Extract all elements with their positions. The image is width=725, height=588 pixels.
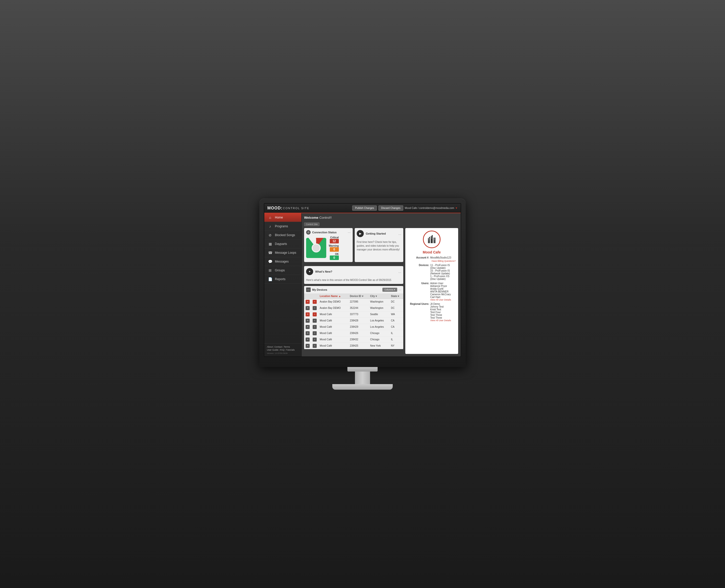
- col-icon1: [304, 294, 311, 299]
- footer-contact[interactable]: Contact: [274, 345, 282, 348]
- sidebar-item-blocked-songs[interactable]: ⊘ Blocked Songs: [264, 231, 301, 239]
- table-row[interactable]: ✕ ≈ Mood Café 238426 Chicago IL: [304, 330, 403, 336]
- table-row[interactable]: ✕ ≈ Mood Café 238428 Los Angeles CA: [304, 317, 403, 324]
- sidebar-item-groups[interactable]: ⊞ Groups: [264, 266, 301, 275]
- row-icon-2: ≈: [313, 325, 317, 329]
- devices-menu[interactable]: ···: [398, 288, 401, 292]
- row-icon-1: ✕: [306, 300, 310, 304]
- cell-location: Avalon Bay DEMO: [318, 298, 348, 305]
- getting-started-card: ▶ Getting Started ··· First time here? C…: [355, 228, 403, 262]
- svg-point-10: [429, 239, 430, 240]
- footer-faq[interactable]: FAQ: [280, 349, 285, 351]
- welcome-bar: Welcome Control!!: [304, 216, 458, 219]
- regional-item-5: Test Three: [430, 314, 451, 316]
- footer-about[interactable]: About: [267, 345, 273, 348]
- users-label: Users:: [408, 282, 429, 301]
- svg-point-11: [432, 236, 432, 237]
- devices-label: Devices:: [408, 264, 429, 280]
- user-item-3: Anida Gurlit: [430, 288, 451, 290]
- user-info[interactable]: Mood Cafe / controldemo@moodmedia.com ▼: [405, 207, 458, 209]
- critical-label: Critical: [330, 236, 339, 239]
- col-device-id[interactable]: Device ID ▾: [348, 294, 369, 299]
- account-section-number: Account #: MoodMyStudio123 Have Billing …: [408, 256, 456, 262]
- star-button[interactable]: ✦: [306, 268, 313, 275]
- account-number-row: Account #: MoodMyStudio123: [408, 256, 456, 259]
- devices-card: — My Devices Columns ▾ ···: [304, 286, 403, 349]
- getting-started-menu[interactable]: ···: [398, 232, 401, 236]
- account-devices-header: Devices: 11 - ProFusion IS (Disc Update)…: [408, 264, 456, 280]
- home-icon: ⌂: [268, 215, 272, 219]
- account-regional-header: Regional Users: Jil Demo Johnny Test Kri…: [408, 302, 456, 322]
- svg-rect-8: [432, 235, 433, 236]
- footer-terms[interactable]: Terms: [284, 345, 290, 348]
- table-row[interactable]: ✕ ≈ Mood Café 238429 Los Angeles CA: [304, 324, 403, 330]
- whats-new-menu[interactable]: ···: [398, 270, 401, 274]
- monitor-stand-neck: [355, 372, 370, 384]
- cell-state: WA: [390, 311, 403, 317]
- footer-tutorials[interactable]: Tutorials: [286, 349, 294, 351]
- account-logo-svg: [426, 233, 438, 246]
- table-row[interactable]: ✕ ≈ Avalon Bay DEMO 227095 Washington DC: [304, 298, 403, 305]
- sidebar-item-dayparts[interactable]: ▦ Dayparts: [264, 239, 301, 248]
- regional-item-1: Jil Demo: [430, 302, 451, 305]
- table-row[interactable]: ✕ ≈ Mood Cafe 337773 Seattle WA: [304, 311, 403, 317]
- status-list: Critical 12 Warning 0: [329, 236, 339, 260]
- cell-city: Chicago: [369, 336, 390, 342]
- account-section-regional: Regional Users: Jil Demo Johnny Test Kri…: [408, 302, 456, 322]
- critical-badge: 12: [330, 239, 339, 244]
- sidebar-item-message-loops[interactable]: ☎ Message Loops: [264, 248, 301, 257]
- table-row[interactable]: ✕ ≈ Mood Café 238425 New York NY: [304, 342, 403, 349]
- warning-badge: 0: [330, 247, 339, 252]
- cell-location: Avalon Bay DEMO: [318, 305, 348, 311]
- regional-item-4: Test Four: [430, 311, 451, 314]
- play-button[interactable]: ▶: [357, 230, 364, 237]
- view-regional-link[interactable]: View All User Details: [430, 319, 451, 322]
- columns-button[interactable]: Columns ▾: [382, 288, 397, 292]
- regional-list: Jil Demo Johnny Test Kristi Test Test Fo…: [430, 302, 451, 322]
- billing-link[interactable]: Have Billing Questions?: [432, 260, 456, 262]
- publish-button[interactable]: Publish Changes: [352, 205, 377, 211]
- svg-point-14: [434, 239, 435, 240]
- cell-city: Seattle: [369, 311, 390, 317]
- sidebar-item-messages[interactable]: 💬 Messages: [264, 257, 301, 266]
- dashboard-top-grid: Connection Status ···: [304, 228, 403, 262]
- account-number-label: Account #:: [408, 256, 429, 259]
- sidebar-item-reports[interactable]: 📄 Reports: [264, 275, 301, 284]
- sidebar-label-reports: Reports: [275, 277, 286, 281]
- row-icon-2: ≈: [313, 319, 317, 323]
- table-row[interactable]: ✕ ≈ Mood Café 238432 Chicago IL: [304, 336, 403, 342]
- device-item-2: 15 - ProFusion IS (Network Update): [430, 269, 456, 275]
- regional-item-2: Johnny Test: [430, 305, 451, 308]
- cell-state: IL: [390, 336, 403, 342]
- discard-button[interactable]: Discard Changes: [378, 205, 403, 211]
- table-row[interactable]: ✕ ≈ Avalon Bay DEMO 352244 Washington DC: [304, 305, 403, 311]
- sidebar-label-message-loops: Message Loops: [275, 251, 296, 254]
- col-location[interactable]: Location Name ▲: [318, 294, 348, 299]
- groups-icon: ⊞: [268, 268, 272, 272]
- view-users-link[interactable]: View All User Details: [430, 298, 451, 301]
- connection-body: Critical 12 Warning 0: [306, 236, 351, 260]
- whats-new-text: Here's what's new in this version of the…: [306, 278, 401, 282]
- monitor-stand-base: [332, 384, 393, 390]
- blocked-songs-icon: ⊘: [268, 233, 272, 237]
- cell-device-id: 238426: [348, 330, 369, 336]
- col-state[interactable]: State ▾: [390, 294, 403, 299]
- sidebar-item-home[interactable]: ⌂ Home: [264, 213, 301, 222]
- cell-location: Mood Café: [318, 317, 348, 324]
- row-icon-1: ✕: [306, 312, 310, 316]
- sidebar-item-programs[interactable]: ♪ Programs: [264, 222, 301, 231]
- cell-location: Mood Café: [318, 336, 348, 342]
- row-icon-2: ≈: [313, 338, 317, 341]
- devices-table: Location Name ▲ Device ID ▾ City ▾ State…: [304, 294, 403, 349]
- col-city[interactable]: City ▾: [369, 294, 390, 299]
- devices-header: — My Devices Columns ▾ ···: [304, 286, 403, 294]
- sidebar-label-home: Home: [275, 216, 283, 219]
- user-dropdown-icon[interactable]: ▼: [455, 207, 458, 209]
- cell-device-id: 238425: [348, 342, 369, 349]
- getting-started-title: Getting Started: [366, 232, 386, 235]
- footer-user-guide[interactable]: User Guide: [267, 349, 278, 351]
- welcome-name: Control!!: [319, 216, 332, 219]
- cell-city: Washington: [369, 305, 390, 311]
- app-header: MOOD: CONTROL SITE Publish Changes Disca…: [264, 204, 461, 213]
- connection-status-menu[interactable]: ···: [348, 230, 351, 234]
